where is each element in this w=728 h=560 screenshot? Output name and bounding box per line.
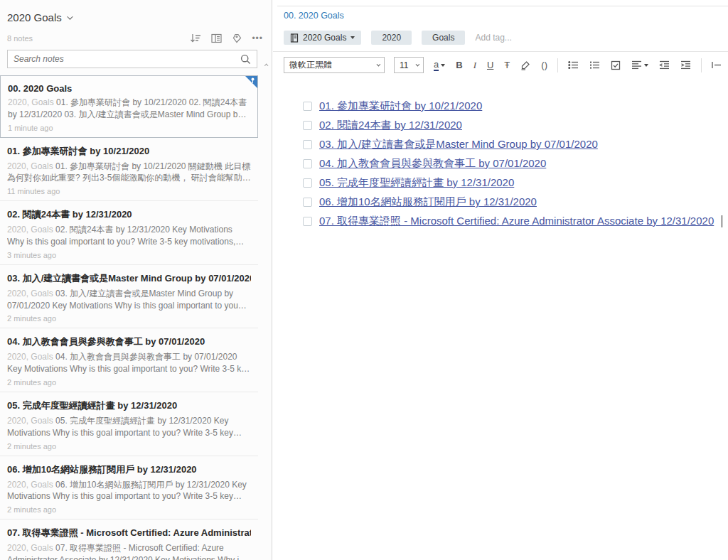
- numbered-list-button[interactable]: [589, 60, 601, 70]
- pin-icon: [250, 77, 255, 83]
- outdent-button[interactable]: [658, 60, 670, 70]
- note-card-snippet: 2020, Goals 06. 增加10名網站服務訂閱用戶 by 12/31/2…: [7, 479, 251, 503]
- highlighter-icon: [520, 60, 530, 70]
- align-button[interactable]: [631, 60, 649, 70]
- note-card[interactable]: 01. 參加專業研討會 by 10/21/2020 2020, Goals 01…: [0, 138, 258, 202]
- note-card-timestamp: 2 minutes ago: [7, 378, 251, 387]
- view-options-icon: [211, 33, 222, 43]
- underline-button[interactable]: U: [486, 60, 494, 70]
- note-card-tags: 2020, Goals: [8, 97, 54, 107]
- note-card-title: 07. 取得專業證照 - Microsoft Certified: Azure …: [7, 527, 251, 539]
- note-card[interactable]: 04. 加入教會會員與參與教會事工 by 07/01/2020 2020, Go…: [0, 328, 258, 392]
- note-link[interactable]: 06. 增加10名網站服務訂閱用戶 by 12/31/2020: [319, 195, 537, 209]
- checklist-item: 07. 取得專業證照 - Microsoft Certified: Azure …: [303, 212, 728, 231]
- checklist-item: 02. 閱讀24本書 by 12/31/2020: [303, 116, 728, 135]
- tag-filter-button[interactable]: [232, 33, 242, 43]
- notebook-title-dropdown[interactable]: 2020 Goals: [7, 11, 272, 23]
- strikethrough-button[interactable]: Ŧ: [503, 60, 510, 70]
- note-card-snippet: 2020, Goals 03. 加入/建立讀書會或是Master Mind Gr…: [7, 288, 251, 312]
- todo-checkbox[interactable]: [303, 217, 312, 226]
- font-family-value: 微軟正黑體: [289, 59, 332, 71]
- note-card-title: 06. 增加10名網站服務訂閱用戶 by 12/31/2020: [7, 463, 251, 476]
- note-card-timestamp: 2 minutes ago: [7, 442, 251, 451]
- numbered-list-icon: [589, 60, 600, 70]
- note-card[interactable]: 06. 增加10名網站服務訂閱用戶 by 12/31/2020 2020, Go…: [0, 456, 258, 520]
- chevron-down-icon: [377, 62, 381, 66]
- todo-checkbox[interactable]: [303, 140, 312, 149]
- bold-button[interactable]: B: [455, 60, 463, 70]
- indent-button[interactable]: [680, 60, 692, 70]
- note-editor-panel: 00. 2020 Goals 2020 Goals 2020 Goals Add…: [273, 0, 728, 560]
- notebook-selector-label: 2020 Goals: [303, 33, 346, 43]
- sort-icon: [190, 33, 201, 43]
- sort-options-button[interactable]: [190, 33, 201, 43]
- checklist-item: 04. 加入教會會員與參與教會事工 by 07/01/2020: [303, 154, 728, 173]
- note-meta-row: 2020 Goals 2020 Goals Add tag...: [284, 31, 728, 45]
- note-card-tags: 2020, Goals: [7, 480, 53, 490]
- note-link[interactable]: 02. 閱讀24本書 by 12/31/2020: [319, 119, 462, 132]
- note-link[interactable]: 04. 加入教會會員與參與教會事工 by 07/01/2020: [319, 157, 546, 171]
- note-card-tags: 2020, Goals: [7, 543, 53, 553]
- checklist-item: 01. 參加專業研討會 by 10/21/2020: [303, 97, 728, 116]
- font-color-button[interactable]: a: [433, 60, 446, 71]
- more-options-button[interactable]: •••: [252, 35, 263, 42]
- notes-count: 8 notes: [7, 34, 33, 43]
- bullet-list-icon: [568, 60, 579, 70]
- outdent-icon: [659, 60, 670, 70]
- note-link[interactable]: 07. 取得專業證照 - Microsoft Certified: Azure …: [319, 215, 714, 228]
- notebook-title: 2020 Goals: [7, 11, 62, 23]
- checkbox-list-button[interactable]: [610, 60, 621, 70]
- note-card-snippet: 2020, Goals 07. 取得專業證照 - Microsoft Certi…: [7, 542, 251, 560]
- checklist-item: 05. 完成年度聖經讀經計畫 by 12/31/2020: [303, 173, 728, 193]
- note-link[interactable]: 03. 加入/建立讀書會或是Master Mind Group by 07/01…: [319, 138, 598, 151]
- code-block-button[interactable]: (): [540, 60, 548, 70]
- note-title-link[interactable]: 00. 2020 Goals: [284, 11, 344, 21]
- note-card[interactable]: 03. 加入/建立讀書會或是Master Mind Group by 07/01…: [0, 265, 258, 329]
- note-card[interactable]: 02. 閱讀24本書 by 12/31/2020 2020, Goals 02.…: [0, 201, 258, 265]
- note-card[interactable]: 05. 完成年度聖經讀經計畫 by 12/31/2020 2020, Goals…: [0, 392, 258, 456]
- chevron-down-icon: [644, 64, 648, 67]
- note-link[interactable]: 05. 完成年度聖經讀經計畫 by 12/31/2020: [319, 176, 514, 190]
- chevron-down-icon: [416, 62, 420, 66]
- notebook-selector-button[interactable]: 2020 Goals: [284, 31, 361, 45]
- todo-checkbox[interactable]: [303, 121, 312, 130]
- search-notes-box[interactable]: [7, 50, 257, 68]
- formatting-toolbar: 微軟正黑體 11 a B I U Ŧ (): [273, 51, 728, 78]
- note-card-title: 03. 加入/建立讀書會或是Master Mind Group by 07/01…: [7, 272, 251, 285]
- insert-button-clipped[interactable]: [711, 60, 722, 70]
- note-link[interactable]: 01. 參加專業研討會 by 10/21/2020: [319, 99, 482, 113]
- checklist-item: 06. 增加10名網站服務訂閱用戶 by 12/31/2020: [303, 193, 728, 212]
- todo-checkbox[interactable]: [303, 198, 312, 207]
- italic-button[interactable]: I: [473, 60, 477, 71]
- todo-checkbox[interactable]: [303, 178, 312, 188]
- note-card-title: 01. 參加專業研討會 by 10/21/2020: [7, 145, 251, 158]
- todo-checkbox[interactable]: [303, 159, 312, 168]
- add-tag-field[interactable]: Add tag...: [475, 33, 511, 43]
- note-body[interactable]: 01. 參加專業研討會 by 10/21/2020 02. 閱讀24本書 by …: [273, 78, 728, 231]
- note-card[interactable]: 00. 2020 Goals 2020, Goals 01. 參加專業研討會 b…: [0, 75, 258, 138]
- note-card-timestamp: 2 minutes ago: [7, 505, 251, 514]
- search-input[interactable]: [14, 54, 240, 64]
- view-options-button[interactable]: [211, 33, 222, 43]
- search-icon[interactable]: [240, 54, 251, 65]
- checkbox-icon: [611, 60, 621, 70]
- note-list-panel: 2020 Goals 8 notes: [0, 0, 272, 560]
- notebook-icon: [290, 33, 299, 43]
- tag-icon: [232, 33, 242, 43]
- font-family-select[interactable]: 微軟正黑體: [284, 57, 385, 73]
- note-card-snippet: 2020, Goals 05. 完成年度聖經讀經計畫 by 12/31/2020…: [7, 415, 251, 439]
- tag-chip[interactable]: 2020: [371, 31, 412, 45]
- checklist-item: 03. 加入/建立讀書會或是Master Mind Group by 07/01…: [303, 135, 728, 154]
- note-card-tags: 2020, Goals: [7, 161, 53, 171]
- note-card-snippet: 2020, Goals 01. 參加專業研討會 by 10/21/2020 02…: [8, 97, 250, 121]
- toolbar-divider: [557, 58, 558, 72]
- search-collapse-button[interactable]: [266, 56, 269, 69]
- tag-chip[interactable]: Goals: [422, 31, 465, 45]
- note-card-title: 02. 閱讀24本書 by 12/31/2020: [7, 208, 251, 221]
- highlight-button[interactable]: [520, 60, 531, 70]
- bullet-list-button[interactable]: [567, 60, 579, 70]
- chevron-down-icon: [67, 14, 73, 19]
- note-card[interactable]: 07. 取得專業證照 - Microsoft Certified: Azure …: [0, 519, 258, 560]
- font-size-select[interactable]: 11: [394, 57, 424, 73]
- todo-checkbox[interactable]: [303, 102, 312, 111]
